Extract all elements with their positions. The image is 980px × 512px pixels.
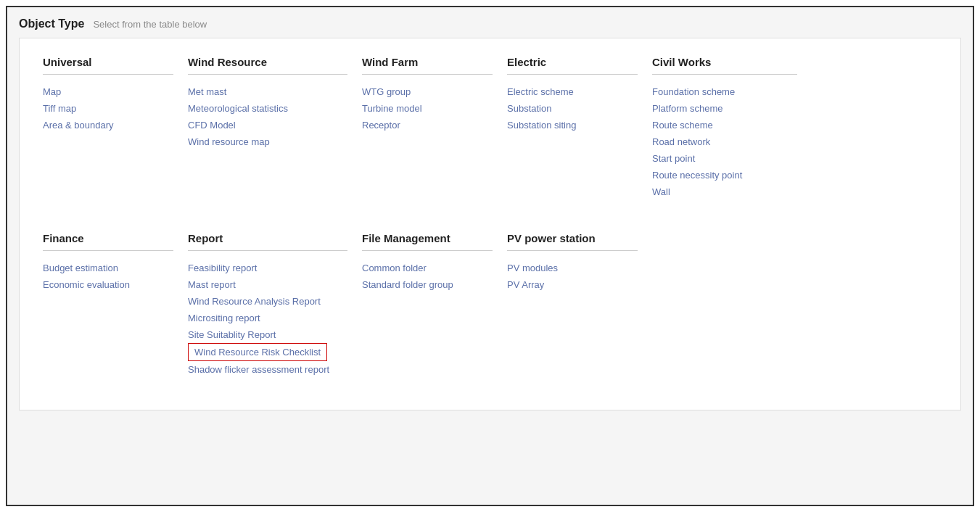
item-feasibility-report[interactable]: Feasibility report [188,260,347,276]
page-subtitle: Select from the table below [93,19,207,30]
item-site-suitablity-report[interactable]: Site Suitablity Report [188,326,347,343]
item-wind-resource-analysis-report[interactable]: Wind Resource Analysis Report [188,293,347,310]
category-civil-works: Civil WorksFoundation schemePlatform sch… [652,56,812,215]
category-wind-resource: Wind ResourceMet mastMeteorological stat… [188,56,362,215]
main-container: Object Type Select from the table below … [6,6,974,506]
category-finance: FinanceBudget estimationEconomic evaluat… [43,232,188,392]
item-route-necessity-point[interactable]: Route necessity point [652,167,797,183]
item-common-folder[interactable]: Common folder [362,260,493,276]
category-title-file-management: File Management [362,232,493,251]
category-grid: UniversalMapTiff mapArea & boundary Wind… [43,56,937,392]
item-mast-report[interactable]: Mast report [188,276,347,293]
content-area: UniversalMapTiff mapArea & boundary Wind… [19,38,961,410]
category-title-wind-farm: Wind Farm [362,56,493,75]
category-title-report: Report [188,232,347,251]
item-route-scheme[interactable]: Route scheme [652,117,797,133]
item-wind-resource-map[interactable]: Wind resource map [188,133,347,150]
category-title-civil-works: Civil Works [652,56,797,75]
item-map[interactable]: Map [43,83,173,100]
category-pv-power-station: PV power stationPV modulesPV Array [507,232,652,392]
item-pv-modules[interactable]: PV modules [507,260,638,276]
item-electric-scheme[interactable]: Electric scheme [507,83,638,100]
category-empty [652,232,812,392]
category-title-pv-power-station: PV power station [507,232,638,251]
category-title-universal: Universal [43,56,173,75]
item-platform-scheme[interactable]: Platform scheme [652,100,797,117]
item-budget-estimation[interactable]: Budget estimation [43,260,173,276]
item-wind-resource-risk-checklist[interactable]: Wind Resource Risk Checklist [188,343,327,361]
item-receptor[interactable]: Receptor [362,117,493,133]
item-pv-array[interactable]: PV Array [507,276,638,293]
category-report: ReportFeasibility reportMast reportWind … [188,232,362,392]
item-wall[interactable]: Wall [652,183,797,200]
item-micrositing-report[interactable]: Micrositing report [188,310,347,326]
item-substation[interactable]: Substation [507,100,638,117]
item-shadow-flicker-assessment-report[interactable]: Shadow flicker assessment report [188,361,347,378]
page-title: Object Type [19,17,84,30]
category-wind-farm: Wind FarmWTG groupTurbine modelReceptor [362,56,507,215]
item-area-&-boundary[interactable]: Area & boundary [43,117,173,133]
item-turbine-model[interactable]: Turbine model [362,100,493,117]
category-title-wind-resource: Wind Resource [188,56,347,75]
item-substation-siting[interactable]: Substation siting [507,117,638,133]
item-cfd-model[interactable]: CFD Model [188,117,347,133]
category-title-finance: Finance [43,232,173,251]
category-universal: UniversalMapTiff mapArea & boundary [43,56,188,215]
item-wtg-group[interactable]: WTG group [362,83,493,100]
item-road-network[interactable]: Road network [652,133,797,150]
category-file-management: File ManagementCommon folderStandard fol… [362,232,507,392]
row-separator [43,215,812,232]
item-meteorological-statistics[interactable]: Meteorological statistics [188,100,347,117]
category-electric: ElectricElectric schemeSubstationSubstat… [507,56,652,215]
item-tiff-map[interactable]: Tiff map [43,100,173,117]
item-standard-folder-group[interactable]: Standard folder group [362,276,493,293]
item-foundation-scheme[interactable]: Foundation scheme [652,83,797,100]
header: Object Type Select from the table below [7,7,973,38]
item-economic-evaluation[interactable]: Economic evaluation [43,276,173,293]
item-start-point[interactable]: Start point [652,150,797,167]
item-met-mast[interactable]: Met mast [188,83,347,100]
category-title-electric: Electric [507,56,638,75]
